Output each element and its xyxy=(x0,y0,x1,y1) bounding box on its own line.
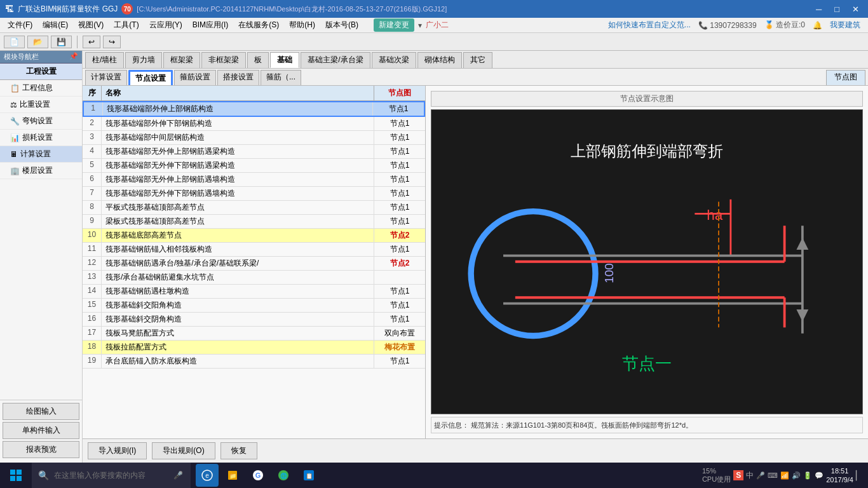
table-row[interactable]: 8 平板式筏形基础顶部高差节点 节点1 xyxy=(83,201,425,215)
row-node[interactable]: 节点1 xyxy=(374,313,425,326)
maximize-button[interactable]: □ xyxy=(831,3,843,15)
tab-masonry[interactable]: 砌体结构 xyxy=(417,52,462,68)
table-row[interactable]: 5 筏形基础端部无外伸下部钢筋遇梁构造 节点1 xyxy=(83,159,425,173)
lang-icon[interactable]: 中 xyxy=(746,470,754,481)
subtab-stirrup2[interactable]: 箍筋（... xyxy=(261,70,301,85)
row-node[interactable]: 节点2 xyxy=(374,257,425,270)
toolbar-undo[interactable]: ↩ xyxy=(83,36,100,48)
sidebar-item-engineering-info[interactable]: 📋 工程信息 xyxy=(0,80,82,97)
row-node[interactable]: 节点1 xyxy=(374,187,425,200)
minimize-button[interactable]: ─ xyxy=(812,3,825,15)
restore-button[interactable]: 恢复 xyxy=(220,442,257,459)
taskbar-icon-app1[interactable]: 📋 xyxy=(297,464,320,487)
row-node[interactable]: 双向布置 xyxy=(374,327,425,340)
sidebar-item-hook[interactable]: 🔧 弯钩设置 xyxy=(0,113,82,130)
tab-slab[interactable]: 板 xyxy=(247,52,269,68)
dropdown-icon[interactable]: ▾ xyxy=(418,21,422,30)
table-row[interactable]: 18 筏板拉筋配置方式 梅花布置 xyxy=(83,341,425,355)
row-node[interactable]: 节点1 xyxy=(374,117,425,130)
row-node[interactable]: 节点1 xyxy=(374,201,425,214)
table-row[interactable]: 17 筏板马凳筋配置方式 双向布置 xyxy=(83,327,425,341)
tab-frame-beam[interactable]: 框架梁 xyxy=(163,52,200,68)
build-btn[interactable]: 🔔 xyxy=(813,21,822,30)
row-node[interactable]: 节点1 xyxy=(373,102,424,116)
menu-cloud[interactable]: 云应用(Y) xyxy=(144,18,187,32)
taskbar-icon-g[interactable]: G xyxy=(247,464,269,487)
taskbar-icon-edge[interactable]: e xyxy=(196,464,219,487)
table-row[interactable]: 12 筏形基础钢筋遇承台/独基/承台梁/基础联系梁/ 节点2 xyxy=(83,257,425,271)
sidebar-item-calc[interactable]: 🖩 计算设置 xyxy=(0,146,82,163)
menu-view[interactable]: 视图(V) xyxy=(73,18,109,32)
toolbar-open[interactable]: 📂 xyxy=(27,36,48,48)
close-button[interactable]: ✕ xyxy=(848,3,863,15)
menu-version[interactable]: 版本号(B) xyxy=(320,18,363,32)
toolbar-new[interactable]: 📄 xyxy=(4,36,25,48)
taskbar-icon-browser[interactable]: 🌐 xyxy=(272,464,295,487)
start-button[interactable] xyxy=(0,463,32,488)
table-row[interactable]: 7 筏形基础端部无外伸下部钢筋遇墙构造 节点1 xyxy=(83,187,425,201)
table-row[interactable]: 14 筏形基础钢筋遇柱墩构造 节点1 xyxy=(83,285,425,299)
taskbar-icon-file[interactable]: 📁 xyxy=(221,464,244,487)
subtab-node-settings[interactable]: 节点设置 xyxy=(128,70,173,85)
subtab-calc-settings[interactable]: 计算设置 xyxy=(85,70,127,85)
row-node[interactable]: 节点1 xyxy=(374,215,425,228)
draw-input-button[interactable]: 绘图输入 xyxy=(3,403,79,420)
user-label[interactable]: 广小二 xyxy=(426,20,449,30)
menu-help[interactable]: 帮助(H) xyxy=(284,18,320,32)
menu-tools[interactable]: 工具(T) xyxy=(109,18,144,32)
menu-edit[interactable]: 编辑(E) xyxy=(37,18,73,32)
menu-online[interactable]: 在线服务(S) xyxy=(233,18,284,32)
menu-file[interactable]: 文件(F) xyxy=(3,18,37,32)
row-node[interactable]: 节点1 xyxy=(374,131,425,144)
row-node[interactable]: 节点1 xyxy=(374,243,425,256)
sidebar-item-loss[interactable]: 📊 损耗设置 xyxy=(0,130,82,146)
row-node[interactable]: 节点1 xyxy=(374,159,425,172)
row-node[interactable]: 节点1 xyxy=(374,145,425,158)
search-input[interactable] xyxy=(54,471,168,480)
sidebar-item-floor[interactable]: 🏢 楼层设置 xyxy=(0,163,82,179)
taskbar-search[interactable]: 🔍 🎤 xyxy=(32,463,191,488)
menu-bim[interactable]: BIM应用(I) xyxy=(187,18,234,32)
clock[interactable]: 18:51 2017/9/4 xyxy=(826,466,853,485)
row-node[interactable] xyxy=(374,271,425,284)
sogou-icon[interactable]: S xyxy=(733,470,743,480)
quick-layout-link[interactable]: 如何快速布置自定义范... xyxy=(608,20,691,30)
report-button[interactable]: 报表预览 xyxy=(3,441,79,458)
tab-non-frame-beam[interactable]: 非框架梁 xyxy=(201,52,246,68)
show-desktop-icon[interactable]: ▏ xyxy=(856,470,863,480)
table-row[interactable]: 4 筏形基础端部无外伸上部钢筋遇梁构造 节点1 xyxy=(83,145,425,159)
sidebar-item-density[interactable]: ⚖ 比重设置 xyxy=(0,97,82,113)
tab-foundation[interactable]: 基础 xyxy=(270,52,299,68)
new-change-button[interactable]: 新建变更 xyxy=(374,18,414,32)
subtab-node-diagram[interactable]: 节点图 xyxy=(826,70,865,85)
table-row[interactable]: 6 筏形基础端部无外伸上部钢筋遇墙构造 节点1 xyxy=(83,173,425,187)
table-row[interactable]: 13 筏形/承台基础钢筋避集水坑节点 xyxy=(83,271,425,285)
row-node[interactable]: 梅花布置 xyxy=(374,341,425,354)
row-node[interactable]: 节点1 xyxy=(374,285,425,298)
import-rules-button[interactable]: 导入规则(I) xyxy=(88,442,147,459)
export-rules-button[interactable]: 导出规则(O) xyxy=(152,442,215,459)
row-node[interactable]: 节点1 xyxy=(374,355,425,368)
subtab-splice-settings[interactable]: 搭接设置 xyxy=(217,70,259,85)
build-label[interactable]: 我要建筑 xyxy=(830,20,860,30)
row-node[interactable]: 节点1 xyxy=(374,173,425,186)
sidebar-pin-icon[interactable]: 📌 xyxy=(69,52,78,62)
tab-foundation-beam[interactable]: 基础主梁/承台梁 xyxy=(301,52,370,68)
row-node[interactable]: 节点2 xyxy=(374,229,425,242)
table-row[interactable]: 19 承台底筋锚入防水底板构造 节点1 xyxy=(83,355,425,369)
tab-other[interactable]: 其它 xyxy=(463,52,492,68)
tab-secondary-beam[interactable]: 基础次梁 xyxy=(372,52,416,68)
toolbar-redo[interactable]: ↪ xyxy=(103,36,121,48)
toolbar-save[interactable]: 💾 xyxy=(51,36,72,48)
table-row[interactable]: 11 筏形基础钢筋锚入相邻筏板构造 节点1 xyxy=(83,243,425,257)
subtab-stirrup-settings[interactable]: 箍筋设置 xyxy=(174,70,216,85)
table-row[interactable]: 15 筏形基础斜交阳角构造 节点1 xyxy=(83,299,425,313)
table-row[interactable]: 16 筏形基础斜交阴角构造 节点1 xyxy=(83,313,425,327)
table-row[interactable]: 2 筏形基础端部外伸下部钢筋构造 节点1 xyxy=(83,117,425,131)
tab-column[interactable]: 柱/墙柱 xyxy=(85,52,124,68)
row-node[interactable]: 节点1 xyxy=(374,299,425,312)
table-row[interactable]: 1 筏形基础端部外伸上部钢筋构造 节点1 xyxy=(83,101,425,117)
single-member-button[interactable]: 单构件输入 xyxy=(3,422,79,439)
table-row[interactable]: 9 梁板式筏形基础顶部高差节点 节点1 xyxy=(83,215,425,229)
table-row[interactable]: 3 筏形基础端部中间层钢筋构造 节点1 xyxy=(83,131,425,145)
